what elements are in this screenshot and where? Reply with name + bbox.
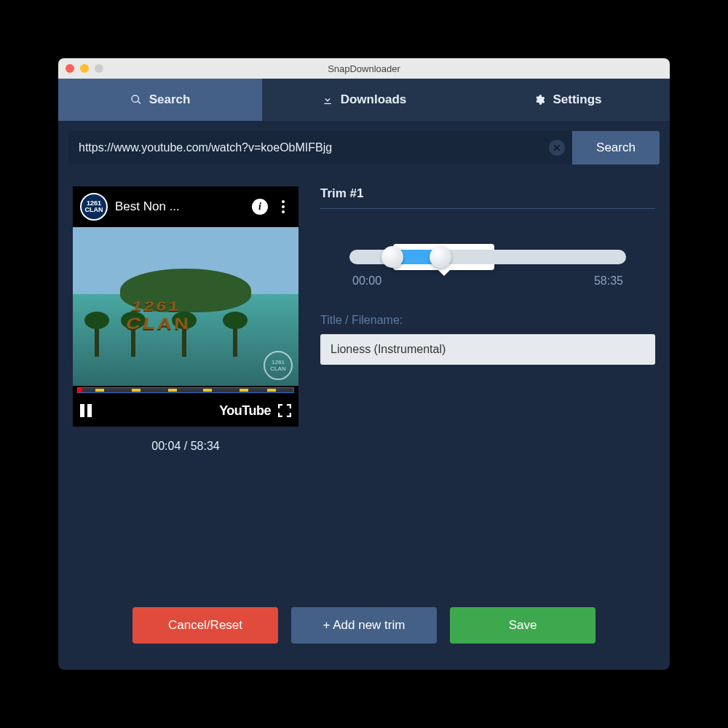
info-icon[interactable]: i [252,199,268,215]
tab-search[interactable]: Search [58,79,262,121]
save-button[interactable]: Save [450,607,596,644]
cancel-button[interactable]: Cancel/Reset [132,607,278,644]
video-title: Best Non ... [115,199,245,214]
trim-header: Trim #1 [320,186,655,209]
app-window: SnapDownloader Search Downloads Settings… [58,58,670,670]
tab-label: Settings [553,92,601,107]
close-icon: ✕ [553,142,561,154]
youtube-label[interactable]: YouTube [219,403,271,419]
filename-label: Title / Filename: [320,314,655,327]
trim-min-label: 00:00 [352,274,381,288]
video-header: 1261 CLAN Best Non ... i [73,186,298,227]
video-controls: YouTube [73,395,298,427]
filename-input[interactable] [320,334,655,365]
fullscreen-icon[interactable] [278,404,291,417]
video-preview-column: 1261 CLAN Best Non ... i 1261 CLAN 1261 … [73,186,298,588]
clear-input-button[interactable]: ✕ [549,140,565,156]
video-frame: 1261 CLAN 1261 CLAN [73,227,298,386]
search-icon [130,94,142,106]
content-area: 1261 CLAN Best Non ... i 1261 CLAN 1261 … [58,165,670,588]
search-button[interactable]: Search [572,131,660,165]
window-title: SnapDownloader [58,63,670,74]
trim-handle-end[interactable] [430,246,451,268]
url-input[interactable] [68,131,572,165]
trim-slider-track[interactable] [349,250,626,264]
video-preview[interactable]: 1261 CLAN Best Non ... i 1261 CLAN 1261 … [73,186,298,427]
video-time-display: 00:04 / 58:34 [73,440,298,453]
trim-panel: Trim #1 09:08 to 19:13 00:00 58:35 Title [320,186,655,588]
video-watermark: 1261 CLAN [264,351,293,380]
search-bar: ✕ Search [68,131,660,165]
video-scene-text: 1261 CLAN [123,298,248,333]
footer-buttons: Cancel/Reset + Add new trim Save [58,588,670,670]
tab-downloads[interactable]: Downloads [262,79,466,121]
maximize-window-button[interactable] [95,64,103,73]
trim-max-label: 58:35 [594,274,623,288]
pause-icon[interactable] [80,404,93,417]
video-seekbar[interactable] [73,386,298,395]
trim-slider-labels: 00:00 58:35 [349,274,626,288]
tab-settings[interactable]: Settings [466,79,670,121]
channel-logo: 1261 CLAN [80,193,108,221]
more-icon[interactable] [275,199,291,215]
gear-icon [534,94,545,106]
main-tabs: Search Downloads Settings [58,79,670,121]
svg-point-0 [282,200,285,203]
minimize-window-button[interactable] [80,64,89,73]
tab-label: Downloads [341,92,407,107]
close-window-button[interactable] [66,64,74,73]
download-icon [322,94,333,106]
tab-label: Search [149,92,191,107]
titlebar: SnapDownloader [58,58,670,79]
svg-point-2 [282,210,285,213]
traffic-lights [66,64,103,73]
add-trim-button[interactable]: + Add new trim [291,607,437,644]
svg-point-1 [282,205,285,208]
trim-handle-start[interactable] [381,246,403,268]
trim-range: 09:08 to 19:13 00:00 58:35 [320,250,655,288]
